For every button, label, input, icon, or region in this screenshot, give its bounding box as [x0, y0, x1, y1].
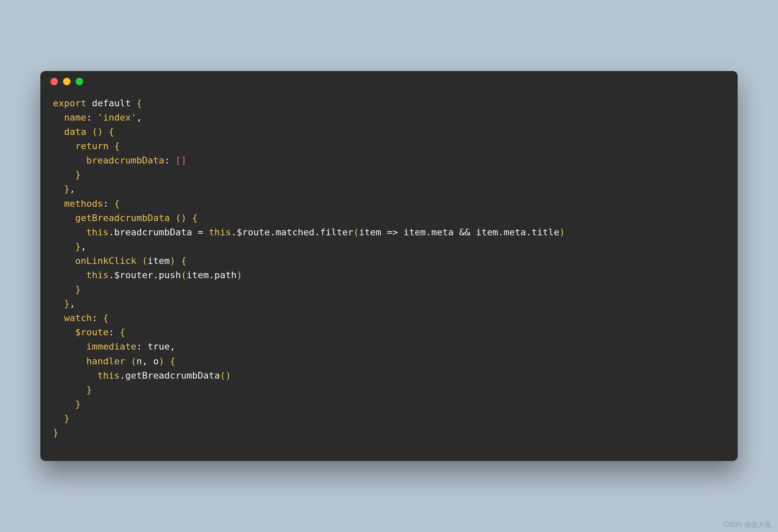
code-token: ( — [175, 213, 181, 223]
code-token: methods — [64, 198, 103, 209]
code-token: : — [86, 112, 92, 123]
code-token: item — [359, 227, 381, 237]
code-token — [170, 155, 175, 166]
code-token: } — [53, 427, 58, 438]
code-token: $route — [75, 327, 108, 337]
code-token: ) — [159, 356, 164, 366]
code-token: } — [75, 399, 81, 409]
code-token: , — [142, 356, 147, 366]
code-token: ) — [170, 255, 175, 266]
code-token: { — [192, 213, 197, 223]
code-token: . — [153, 270, 158, 280]
window-titlebar — [40, 71, 738, 92]
code-token: . — [209, 270, 214, 280]
code-token: item — [187, 270, 209, 280]
code-token: } — [64, 184, 70, 194]
code-token — [147, 356, 153, 366]
code-token: item — [404, 227, 426, 237]
code-token — [53, 413, 64, 424]
code-token: ) — [237, 270, 242, 280]
code-token: path — [214, 270, 237, 280]
code-token: . — [108, 270, 114, 280]
code-window: export default { name: 'index', data () … — [40, 71, 738, 461]
code-token — [53, 341, 86, 352]
watermark-text: CSDN @派大星. — [723, 521, 773, 529]
code-token: title — [531, 227, 559, 237]
code-token: : — [137, 341, 142, 352]
code-token: . — [498, 227, 504, 237]
code-token: item — [476, 227, 498, 237]
code-token — [97, 313, 103, 323]
code-token: , — [70, 184, 75, 194]
code-token — [164, 356, 170, 366]
code-token: ) — [97, 126, 103, 137]
code-token: ( — [220, 370, 225, 381]
code-token: , — [81, 241, 86, 252]
code-token: : — [92, 313, 97, 323]
code-token — [53, 385, 86, 395]
code-token — [170, 213, 175, 223]
code-token — [86, 98, 92, 108]
code-token: ] — [181, 155, 187, 166]
code-token — [53, 313, 64, 323]
code-token — [53, 155, 86, 166]
code-token: breadcrumbData — [114, 227, 192, 237]
code-token: 'index' — [97, 112, 137, 123]
code-token: handler — [86, 356, 125, 366]
code-token: { — [170, 356, 175, 366]
code-token — [53, 112, 64, 123]
code-token: , — [170, 341, 175, 352]
code-token: { — [137, 98, 142, 108]
code-token: ) — [181, 213, 187, 223]
code-token: . — [108, 227, 114, 237]
code-token: . — [526, 227, 531, 237]
code-token — [92, 112, 97, 123]
code-token: watch — [64, 313, 92, 323]
code-token: default — [92, 98, 131, 108]
code-content: export default { name: 'index', data () … — [40, 92, 738, 461]
code-token — [53, 298, 64, 309]
code-token — [53, 126, 64, 137]
code-token: } — [75, 241, 81, 252]
code-token — [175, 255, 181, 266]
code-token: o — [153, 356, 158, 366]
code-token: } — [86, 385, 92, 395]
code-token — [53, 227, 86, 237]
code-token — [53, 213, 75, 223]
code-token: ( — [131, 356, 136, 366]
code-token: ) — [559, 227, 565, 237]
code-token: . — [270, 227, 276, 237]
minimize-icon[interactable] — [63, 78, 71, 85]
code-token — [103, 126, 108, 137]
code-token: : — [108, 327, 114, 337]
code-token — [53, 284, 75, 295]
code-token: . — [120, 370, 125, 381]
code-token: matched — [276, 227, 315, 237]
code-token: push — [159, 270, 181, 280]
code-token: ( — [353, 227, 359, 237]
code-token: , — [70, 298, 75, 309]
code-token: } — [75, 169, 81, 180]
code-token: $route — [237, 227, 270, 237]
close-icon[interactable] — [50, 78, 58, 85]
code-token: ( — [92, 126, 97, 137]
code-token — [53, 198, 64, 209]
code-token: export — [53, 98, 86, 108]
code-token — [53, 184, 64, 194]
maximize-icon[interactable] — [76, 78, 83, 85]
code-token — [53, 356, 86, 366]
code-token: . — [231, 227, 237, 237]
code-token — [53, 141, 75, 151]
code-token: immediate — [86, 341, 136, 352]
code-token: { — [181, 255, 187, 266]
code-token — [53, 255, 75, 266]
code-token — [53, 370, 97, 381]
code-token: this — [86, 270, 108, 280]
code-token — [114, 327, 120, 337]
code-token: $router — [114, 270, 153, 280]
code-token: . — [426, 227, 431, 237]
code-token: { — [103, 313, 108, 323]
code-token: } — [64, 413, 70, 424]
code-token: n — [137, 356, 142, 366]
code-token — [108, 141, 114, 151]
